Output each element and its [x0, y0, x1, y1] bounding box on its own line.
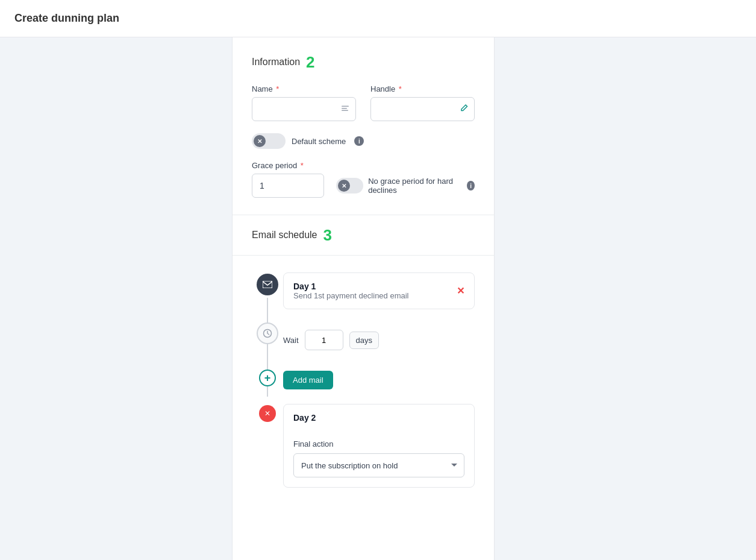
grace-row: ✕ No grace period for hard declines i — [252, 174, 475, 198]
default-scheme-container: ✕ Default scheme i — [252, 133, 475, 149]
default-scheme-info-icon[interactable]: i — [354, 136, 364, 146]
connector-line-3a — [267, 363, 268, 370]
day2-delete-icon[interactable]: ✕ — [259, 405, 276, 422]
day2-segment: ✕ Day 2 Final action Put the subscriptio — [252, 397, 475, 495]
mail-icon — [257, 274, 278, 295]
connector-line-2a — [267, 316, 268, 322]
add-mail-left: + — [252, 363, 283, 397]
toggle-x-icon: ✕ — [254, 135, 266, 147]
day1-info: Day 1 Send 1st payment declined email — [293, 282, 409, 300]
day1-remove-button[interactable]: ✕ — [457, 286, 464, 296]
day2-icon-wrapper: ✕ — [259, 405, 276, 422]
day1-segment: Day 1 Send 1st payment declined email ✕ — [252, 265, 475, 316]
name-input-wrapper — [252, 97, 356, 121]
page-title: Create dunning plan — [0, 0, 756, 37]
name-label: Name * — [252, 84, 356, 93]
day2-card: Day 2 Final action Put the subscription … — [283, 404, 475, 488]
day1-left — [252, 265, 283, 316]
name-group: Name * — [252, 84, 356, 121]
days-label: days — [349, 332, 379, 349]
no-grace-toggle-x: ✕ — [338, 180, 350, 192]
day1-title: Day 1 — [293, 282, 409, 291]
clock-icon — [257, 322, 278, 344]
information-number: 2 — [306, 54, 314, 70]
day2-card-header: Day 2 — [284, 404, 474, 431]
wait-segment: Wait days — [252, 316, 475, 363]
svg-rect-1 — [342, 108, 347, 109]
no-grace-info-icon[interactable]: i — [467, 181, 475, 190]
information-section: Information 2 Name * — [233, 37, 494, 215]
day1-card: Day 1 Send 1st payment declined email ✕ — [283, 272, 475, 309]
add-mail-plus-icon[interactable]: + — [259, 370, 276, 386]
handle-input-wrapper — [370, 97, 475, 121]
name-icon — [340, 104, 350, 115]
grace-period-input[interactable] — [252, 174, 324, 198]
main-content: Information 2 Name * — [232, 37, 495, 560]
handle-group: Handle * — [370, 84, 475, 121]
day1-card-header: Day 1 Send 1st payment declined email ✕ — [284, 273, 474, 309]
day2-title: Day 2 — [293, 413, 316, 423]
email-schedule-title: Email schedule — [252, 230, 317, 241]
right-panel — [495, 37, 756, 560]
name-handle-row: Name * — [252, 84, 475, 121]
email-schedule-section: Email schedule 3 — [233, 215, 494, 521]
handle-edit-icon — [459, 104, 469, 115]
email-schedule-header: Email schedule 3 — [233, 215, 494, 256]
add-mail-right: Add mail — [283, 363, 475, 397]
wait-label: Wait — [283, 336, 299, 345]
no-grace-container: ✕ No grace period for hard declines i — [336, 177, 475, 195]
add-mail-button[interactable]: Add mail — [283, 371, 333, 389]
email-timeline: Day 1 Send 1st payment declined email ✕ — [233, 256, 494, 505]
handle-required: * — [399, 84, 402, 93]
no-grace-label: No grace period for hard declines — [368, 177, 460, 195]
sidebar — [0, 37, 232, 560]
svg-rect-3 — [263, 281, 272, 288]
day2-right: Day 2 Final action Put the subscription … — [283, 397, 475, 495]
handle-label: Handle * — [370, 84, 475, 93]
connector-line-1 — [267, 298, 268, 316]
wait-row: Wait days — [283, 324, 475, 356]
default-scheme-label: Default scheme — [292, 137, 346, 146]
wait-right: Wait days — [283, 316, 475, 363]
wait-input[interactable] — [305, 330, 343, 350]
grace-period-label: Grace period * — [252, 161, 475, 170]
grace-required: * — [301, 161, 304, 170]
svg-rect-2 — [342, 110, 348, 112]
email-schedule-number: 3 — [323, 227, 332, 243]
information-title: Information — [252, 57, 300, 68]
connector-line-3b — [267, 386, 268, 397]
day1-right: Day 1 Send 1st payment declined email ✕ — [283, 265, 475, 316]
svg-rect-0 — [342, 106, 349, 107]
final-action-label: Final action — [293, 439, 464, 448]
add-mail-segment: + Add mail — [252, 363, 475, 397]
final-action-content: Final action Put the subscription on hol… — [284, 431, 474, 487]
mail-icon-wrapper — [257, 274, 278, 295]
final-action-select[interactable]: Put the subscription on hold Cancel the … — [293, 453, 464, 477]
no-grace-toggle[interactable]: ✕ — [336, 178, 363, 193]
grace-period-group: Grace period * ✕ No grace period for har… — [252, 161, 475, 198]
information-header: Information 2 — [252, 54, 475, 70]
default-scheme-toggle[interactable]: ✕ — [252, 133, 286, 149]
day2-left: ✕ — [252, 397, 283, 495]
name-required: * — [276, 84, 279, 93]
connector-line-2b — [267, 344, 268, 363]
day1-subtitle: Send 1st payment declined email — [293, 291, 409, 300]
wait-left — [252, 316, 283, 363]
